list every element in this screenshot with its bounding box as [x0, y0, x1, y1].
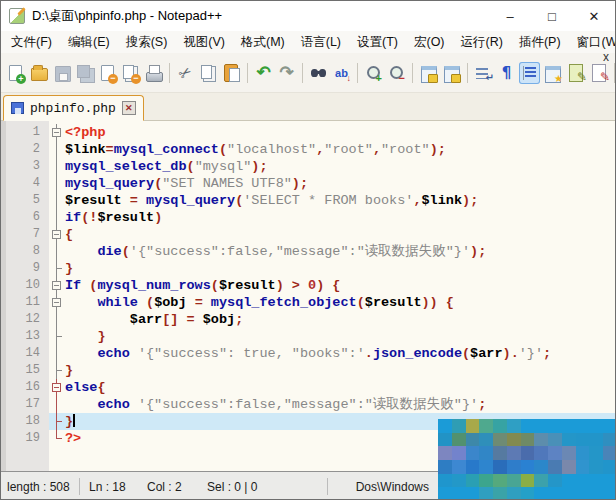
fold-toggle-icon[interactable] — [49, 124, 65, 141]
line-number: 14 — [1, 345, 49, 362]
code-line[interactable]: 3mysql_select_db("mysql"); — [1, 158, 615, 175]
tab-close-icon[interactable]: ✕ — [122, 101, 136, 115]
undo-icon[interactable] — [253, 62, 274, 84]
menu-item-search[interactable]: 搜索(S) — [118, 34, 176, 51]
print-icon[interactable] — [143, 62, 164, 84]
find-icon[interactable] — [308, 62, 329, 84]
line-number: 13 — [1, 328, 49, 345]
user-dialog-icon[interactable] — [542, 62, 563, 84]
menu-item-file[interactable]: 文件(F) — [3, 34, 60, 51]
code-line[interactable]: 1<?php — [1, 124, 615, 141]
plugin-mark-icon[interactable] — [588, 62, 609, 84]
text-caret — [73, 414, 75, 427]
open-icon[interactable] — [28, 62, 49, 84]
code-line[interactable]: 17 echo '{"success":false,"message":"读取数… — [1, 396, 615, 413]
line-number: 16 — [1, 379, 49, 396]
code-line[interactable]: 16else{ — [1, 379, 615, 396]
redo-icon[interactable] — [276, 62, 297, 84]
sync-v-icon[interactable] — [418, 62, 439, 84]
indent-guide-icon[interactable] — [519, 62, 540, 84]
replace-icon[interactable] — [331, 62, 352, 84]
copy-icon[interactable] — [198, 62, 219, 84]
fold-toggle-icon[interactable] — [49, 226, 65, 243]
fold-guide — [49, 396, 65, 413]
show-all-chars-icon[interactable] — [496, 62, 517, 84]
status-selection: Sel : 0 | 0 — [207, 480, 327, 494]
fold-toggle-icon[interactable] — [49, 294, 65, 311]
code-text: $link=mysql_connect("localhost","root","… — [65, 141, 615, 158]
save-all-icon[interactable] — [74, 62, 95, 84]
line-number: 12 — [1, 311, 49, 328]
line-number: 3 — [1, 158, 49, 175]
save-icon[interactable] — [51, 62, 72, 84]
code-text: if(!$result) — [65, 209, 615, 226]
fold-toggle-icon[interactable] — [49, 379, 65, 396]
menu-item-view[interactable]: 视图(V) — [175, 34, 233, 51]
code-line[interactable]: 5$result = mysql_query('SELECT * FROM bo… — [1, 192, 615, 209]
zoom-in-icon[interactable] — [363, 62, 384, 84]
code-line[interactable]: 8 die('{"success":false,"message":"读取数据失… — [1, 243, 615, 260]
fold-guide — [49, 328, 65, 345]
close-all-icon[interactable] — [120, 62, 141, 84]
menu-item-macro[interactable]: 宏(O) — [406, 34, 453, 51]
close-file-icon[interactable] — [97, 62, 118, 84]
code-line[interactable]: 4mysql_query("SET NAMES UTF8"); — [1, 175, 615, 192]
fold-toggle-icon[interactable] — [49, 277, 65, 294]
fold-guide — [49, 192, 65, 209]
paste-icon[interactable] — [221, 62, 242, 84]
code-line[interactable]: 15} — [1, 362, 615, 379]
line-number: 7 — [1, 226, 49, 243]
maximize-button[interactable]: □ — [531, 1, 573, 31]
fold-guide — [49, 413, 65, 430]
status-column: Col : 2 — [147, 480, 207, 494]
code-text: echo '{"success":false,"message":"读取数据失败… — [65, 396, 615, 413]
line-number: 2 — [1, 141, 49, 158]
code-text: echo '{"success": true, "books":'.json_e… — [65, 345, 615, 362]
fold-guide — [49, 260, 65, 277]
menu-item-language[interactable]: 语言(L) — [293, 34, 349, 51]
status-divider — [79, 478, 80, 495]
code-line[interactable]: 2$link=mysql_connect("localhost","root",… — [1, 141, 615, 158]
sync-h-icon[interactable] — [441, 62, 462, 84]
saved-file-floppy-icon — [11, 102, 24, 114]
menu-item-edit[interactable]: 编辑(E) — [60, 34, 118, 51]
code-line[interactable]: 12 $arr[] = $obj; — [1, 311, 615, 328]
menu-item-run[interactable]: 运行(R) — [453, 34, 511, 51]
status-line: Ln : 18 — [89, 480, 147, 494]
code-text: $result = mysql_query('SELECT * FROM boo… — [65, 192, 615, 209]
line-number: 11 — [1, 294, 49, 311]
line-number: 1 — [1, 124, 49, 141]
plugin-edit-icon[interactable] — [565, 62, 586, 84]
code-area[interactable]: 1<?php2$link=mysql_connect("localhost","… — [1, 121, 615, 447]
fold-guide — [49, 362, 65, 379]
code-text: mysql_query("SET NAMES UTF8"); — [65, 175, 615, 192]
cut-icon[interactable] — [175, 62, 196, 84]
menu-item-plugins[interactable]: 插件(P) — [511, 34, 569, 51]
toolbar: x — [1, 53, 615, 93]
code-line[interactable]: 9} — [1, 260, 615, 277]
toolbar-separator — [302, 63, 303, 83]
new-file-icon[interactable] — [5, 62, 26, 84]
menu-item-settings[interactable]: 设置(T) — [349, 34, 406, 51]
window-controls: – □ ✕ — [489, 1, 615, 31]
close-button[interactable]: ✕ — [573, 1, 615, 31]
minimize-button[interactable]: – — [489, 1, 531, 31]
menu-item-window[interactable]: 窗口(W) — [569, 34, 616, 51]
code-line[interactable]: 7{ — [1, 226, 615, 243]
tab-phpinfo[interactable]: phpinfo.php ✕ — [3, 95, 144, 121]
line-number: 19 — [1, 430, 49, 447]
code-line[interactable]: 14 echo '{"success": true, "books":'.jso… — [1, 345, 615, 362]
code-line[interactable]: 11 while ($obj = mysql_fetch_object($res… — [1, 294, 615, 311]
code-line[interactable]: 13 } — [1, 328, 615, 345]
fold-guide — [49, 141, 65, 158]
word-wrap-icon[interactable] — [473, 62, 494, 84]
code-text: die('{"success":false,"message":"读取数据失败"… — [65, 243, 615, 260]
code-text: } — [65, 328, 615, 345]
code-line[interactable]: 10If (mysql_num_rows($result) > 0) { — [1, 277, 615, 294]
zoom-out-icon[interactable] — [386, 62, 407, 84]
line-number: 6 — [1, 209, 49, 226]
notepad-plus-plus-window: D:\桌面\phpinfo.php - Notepad++ – □ ✕ 文件(F… — [0, 0, 616, 500]
menu-item-format[interactable]: 格式(M) — [233, 34, 293, 51]
code-text: If (mysql_num_rows($result) > 0) { — [65, 277, 615, 294]
code-line[interactable]: 6if(!$result) — [1, 209, 615, 226]
